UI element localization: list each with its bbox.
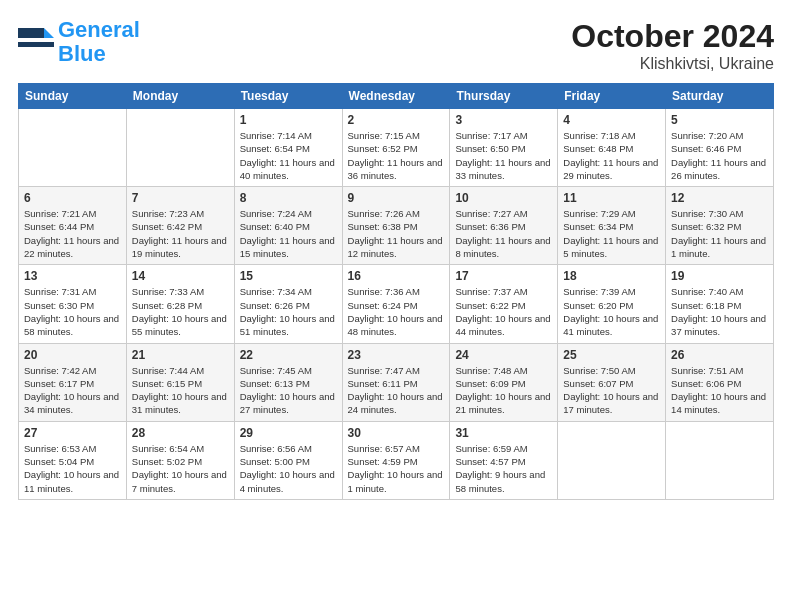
day-number: 1 — [240, 113, 337, 127]
day-cell: 20Sunrise: 7:42 AMSunset: 6:17 PMDayligh… — [19, 343, 127, 421]
week-row-3: 13Sunrise: 7:31 AMSunset: 6:30 PMDayligh… — [19, 265, 774, 343]
day-cell — [19, 109, 127, 187]
day-number: 5 — [671, 113, 768, 127]
day-cell: 22Sunrise: 7:45 AMSunset: 6:13 PMDayligh… — [234, 343, 342, 421]
day-info: Sunrise: 7:21 AMSunset: 6:44 PMDaylight:… — [24, 207, 121, 260]
day-number: 11 — [563, 191, 660, 205]
day-info: Sunrise: 6:54 AMSunset: 5:02 PMDaylight:… — [132, 442, 229, 495]
day-info: Sunrise: 7:48 AMSunset: 6:09 PMDaylight:… — [455, 364, 552, 417]
day-cell: 14Sunrise: 7:33 AMSunset: 6:28 PMDayligh… — [126, 265, 234, 343]
day-info: Sunrise: 7:36 AMSunset: 6:24 PMDaylight:… — [348, 285, 445, 338]
day-number: 18 — [563, 269, 660, 283]
day-cell: 31Sunrise: 6:59 AMSunset: 4:57 PMDayligh… — [450, 421, 558, 499]
day-number: 6 — [24, 191, 121, 205]
svg-rect-2 — [18, 42, 54, 47]
day-cell: 11Sunrise: 7:29 AMSunset: 6:34 PMDayligh… — [558, 187, 666, 265]
day-info: Sunrise: 6:56 AMSunset: 5:00 PMDaylight:… — [240, 442, 337, 495]
day-info: Sunrise: 7:26 AMSunset: 6:38 PMDaylight:… — [348, 207, 445, 260]
week-row-1: 1Sunrise: 7:14 AMSunset: 6:54 PMDaylight… — [19, 109, 774, 187]
day-info: Sunrise: 7:31 AMSunset: 6:30 PMDaylight:… — [24, 285, 121, 338]
day-info: Sunrise: 7:17 AMSunset: 6:50 PMDaylight:… — [455, 129, 552, 182]
weekday-header-row: SundayMondayTuesdayWednesdayThursdayFrid… — [19, 84, 774, 109]
day-info: Sunrise: 7:27 AMSunset: 6:36 PMDaylight:… — [455, 207, 552, 260]
weekday-friday: Friday — [558, 84, 666, 109]
day-number: 27 — [24, 426, 121, 440]
day-info: Sunrise: 7:39 AMSunset: 6:20 PMDaylight:… — [563, 285, 660, 338]
day-info: Sunrise: 7:50 AMSunset: 6:07 PMDaylight:… — [563, 364, 660, 417]
day-info: Sunrise: 7:42 AMSunset: 6:17 PMDaylight:… — [24, 364, 121, 417]
svg-rect-1 — [18, 28, 44, 38]
day-info: Sunrise: 7:30 AMSunset: 6:32 PMDaylight:… — [671, 207, 768, 260]
logo-blue-text: Blue — [58, 41, 106, 66]
day-cell: 3Sunrise: 7:17 AMSunset: 6:50 PMDaylight… — [450, 109, 558, 187]
weekday-sunday: Sunday — [19, 84, 127, 109]
day-cell: 17Sunrise: 7:37 AMSunset: 6:22 PMDayligh… — [450, 265, 558, 343]
day-cell: 5Sunrise: 7:20 AMSunset: 6:46 PMDaylight… — [666, 109, 774, 187]
day-cell: 30Sunrise: 6:57 AMSunset: 4:59 PMDayligh… — [342, 421, 450, 499]
day-info: Sunrise: 7:40 AMSunset: 6:18 PMDaylight:… — [671, 285, 768, 338]
day-number: 4 — [563, 113, 660, 127]
day-cell: 13Sunrise: 7:31 AMSunset: 6:30 PMDayligh… — [19, 265, 127, 343]
logo-icon — [18, 24, 54, 60]
day-info: Sunrise: 6:57 AMSunset: 4:59 PMDaylight:… — [348, 442, 445, 495]
day-number: 15 — [240, 269, 337, 283]
weekday-saturday: Saturday — [666, 84, 774, 109]
weekday-tuesday: Tuesday — [234, 84, 342, 109]
day-info: Sunrise: 7:37 AMSunset: 6:22 PMDaylight:… — [455, 285, 552, 338]
day-cell: 8Sunrise: 7:24 AMSunset: 6:40 PMDaylight… — [234, 187, 342, 265]
day-number: 8 — [240, 191, 337, 205]
day-info: Sunrise: 7:23 AMSunset: 6:42 PMDaylight:… — [132, 207, 229, 260]
day-cell: 27Sunrise: 6:53 AMSunset: 5:04 PMDayligh… — [19, 421, 127, 499]
day-info: Sunrise: 7:47 AMSunset: 6:11 PMDaylight:… — [348, 364, 445, 417]
day-info: Sunrise: 7:18 AMSunset: 6:48 PMDaylight:… — [563, 129, 660, 182]
day-info: Sunrise: 7:45 AMSunset: 6:13 PMDaylight:… — [240, 364, 337, 417]
day-info: Sunrise: 7:44 AMSunset: 6:15 PMDaylight:… — [132, 364, 229, 417]
day-number: 24 — [455, 348, 552, 362]
day-info: Sunrise: 6:53 AMSunset: 5:04 PMDaylight:… — [24, 442, 121, 495]
day-cell — [666, 421, 774, 499]
day-info: Sunrise: 7:51 AMSunset: 6:06 PMDaylight:… — [671, 364, 768, 417]
day-number: 13 — [24, 269, 121, 283]
weekday-wednesday: Wednesday — [342, 84, 450, 109]
day-number: 29 — [240, 426, 337, 440]
day-info: Sunrise: 7:29 AMSunset: 6:34 PMDaylight:… — [563, 207, 660, 260]
header: General Blue October 2024 Klishkivtsi, U… — [18, 18, 774, 73]
day-info: Sunrise: 7:20 AMSunset: 6:46 PMDaylight:… — [671, 129, 768, 182]
day-cell: 23Sunrise: 7:47 AMSunset: 6:11 PMDayligh… — [342, 343, 450, 421]
day-number: 28 — [132, 426, 229, 440]
day-cell: 4Sunrise: 7:18 AMSunset: 6:48 PMDaylight… — [558, 109, 666, 187]
day-cell: 7Sunrise: 7:23 AMSunset: 6:42 PMDaylight… — [126, 187, 234, 265]
svg-marker-0 — [44, 28, 54, 38]
day-info: Sunrise: 7:14 AMSunset: 6:54 PMDaylight:… — [240, 129, 337, 182]
calendar-table: SundayMondayTuesdayWednesdayThursdayFrid… — [18, 83, 774, 500]
day-cell: 18Sunrise: 7:39 AMSunset: 6:20 PMDayligh… — [558, 265, 666, 343]
day-number: 2 — [348, 113, 445, 127]
day-cell: 10Sunrise: 7:27 AMSunset: 6:36 PMDayligh… — [450, 187, 558, 265]
calendar-container: General Blue October 2024 Klishkivtsi, U… — [0, 0, 792, 612]
day-info: Sunrise: 7:34 AMSunset: 6:26 PMDaylight:… — [240, 285, 337, 338]
day-cell: 1Sunrise: 7:14 AMSunset: 6:54 PMDaylight… — [234, 109, 342, 187]
location: Klishkivtsi, Ukraine — [571, 55, 774, 73]
day-cell: 24Sunrise: 7:48 AMSunset: 6:09 PMDayligh… — [450, 343, 558, 421]
day-number: 16 — [348, 269, 445, 283]
day-number: 25 — [563, 348, 660, 362]
day-cell: 21Sunrise: 7:44 AMSunset: 6:15 PMDayligh… — [126, 343, 234, 421]
month-title: October 2024 — [571, 18, 774, 55]
day-cell: 25Sunrise: 7:50 AMSunset: 6:07 PMDayligh… — [558, 343, 666, 421]
day-number: 31 — [455, 426, 552, 440]
week-row-4: 20Sunrise: 7:42 AMSunset: 6:17 PMDayligh… — [19, 343, 774, 421]
logo: General Blue — [18, 18, 140, 66]
weekday-monday: Monday — [126, 84, 234, 109]
day-number: 14 — [132, 269, 229, 283]
day-cell: 12Sunrise: 7:30 AMSunset: 6:32 PMDayligh… — [666, 187, 774, 265]
week-row-2: 6Sunrise: 7:21 AMSunset: 6:44 PMDaylight… — [19, 187, 774, 265]
day-number: 10 — [455, 191, 552, 205]
day-info: Sunrise: 6:59 AMSunset: 4:57 PMDaylight:… — [455, 442, 552, 495]
day-cell: 15Sunrise: 7:34 AMSunset: 6:26 PMDayligh… — [234, 265, 342, 343]
day-cell: 28Sunrise: 6:54 AMSunset: 5:02 PMDayligh… — [126, 421, 234, 499]
day-info: Sunrise: 7:24 AMSunset: 6:40 PMDaylight:… — [240, 207, 337, 260]
day-info: Sunrise: 7:33 AMSunset: 6:28 PMDaylight:… — [132, 285, 229, 338]
day-number: 20 — [24, 348, 121, 362]
day-number: 30 — [348, 426, 445, 440]
day-number: 17 — [455, 269, 552, 283]
